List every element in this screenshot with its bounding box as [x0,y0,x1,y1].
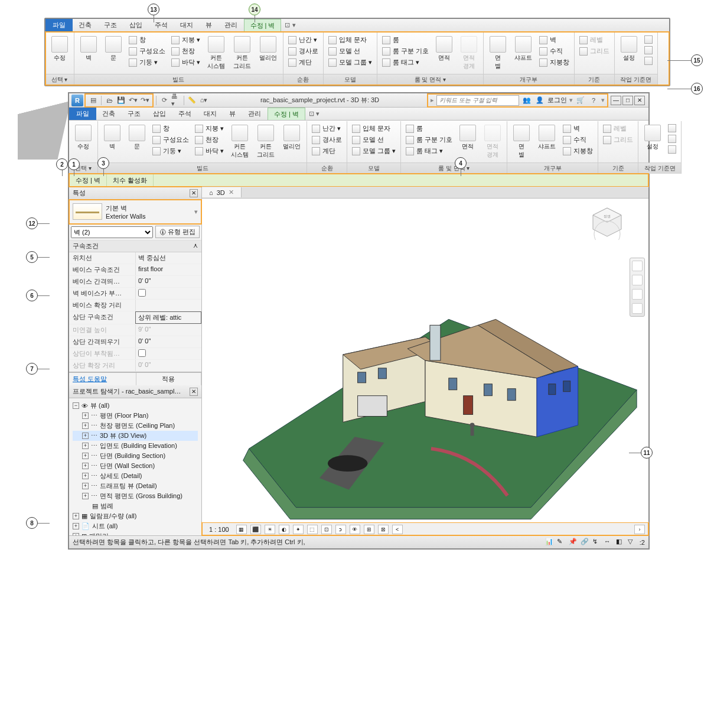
view-cube[interactable]: 정면 [589,204,625,240]
ribbon-btn-cursor-icon[interactable]: 수정 [49,35,70,63]
ribbon-btn-door-icon[interactable]: 문 [103,35,124,63]
ribbon-btn-wall-icon[interactable]: 벽 [78,35,99,63]
prop-row-3[interactable]: 벽 베이스가 부… [69,288,201,300]
ribbon-btn-grid-icon[interactable]: 커튼시스템 [205,35,227,72]
ribbon-btn-set-icon[interactable]: 설정 [618,35,640,63]
prop-row-6[interactable]: 미연결 높이9' 0" [69,324,201,336]
panel-footer-4[interactable]: 룸 및 면적 ▾ [401,162,507,174]
panel-footer-3[interactable]: 모델 [347,162,400,174]
search-input[interactable] [436,95,519,106]
ribbon-btn-wall-icon[interactable]: 벽 [102,124,123,152]
sb-link-icon[interactable]: 🔗 [581,538,590,547]
ribbon-btn-mullion-icon[interactable]: 멀리언 [281,124,303,152]
qat-open-icon[interactable]: 🗁 [104,95,115,106]
ribbon-mini-4-0-1[interactable]: 룸 구분 기호 [381,46,430,56]
vc-render-icon[interactable]: ✦ [293,525,304,534]
vc-temp-icon[interactable]: 👁 [350,525,360,534]
panel-footer-2[interactable]: 순환 [307,162,347,174]
tab-arch[interactable]: 건축 [73,19,98,31]
ribbon-mini-2-0-0[interactable]: 난간 ▾ [287,35,319,45]
ribbon-mini-1-2-2[interactable]: 기둥 ▾ [151,146,190,156]
ribbon-mini-4-0-1[interactable]: 룸 구분 기호 [405,135,454,145]
ribbon-mini-5-2-0[interactable]: 벽 [562,124,594,134]
tree-view-2[interactable]: +⋯3D 뷰 (3D View) [73,431,198,441]
ribbon-mini-6-0-1[interactable]: 그리드 [578,46,611,56]
prop-check-8[interactable] [138,349,146,357]
prop-row-8[interactable]: 상단이 부착됨… [69,348,201,360]
tree-root-views[interactable]: −👁뷰 (all) [73,401,198,411]
nav-wheel-icon[interactable] [632,261,643,271]
qat-save-icon[interactable]: 💾 [116,95,126,106]
ribbon-mini-5-2-2[interactable]: 지붕창 [538,57,570,67]
sb-filter-icon[interactable]: ▽ [628,538,637,547]
tree-view-5[interactable]: +⋯단면 (Wall Section) [73,461,198,471]
ribbon-mini-1-2-1[interactable]: 구성요소 [151,135,190,145]
ribbon-btn-area-icon[interactable]: 면적 [457,124,478,152]
navigation-bar[interactable] [630,258,645,317]
browser-close-icon[interactable]: ✕ [190,388,198,396]
vc-reveal-icon[interactable]: ⊞ [364,525,374,534]
prop-row-1[interactable]: 베이스 구속조건first floor [69,264,201,276]
ribbon-mini-2-0-1[interactable]: 경사로 [311,135,343,145]
panel-footer-6[interactable]: 기준 [598,162,638,174]
prop-row-0[interactable]: 위치선벽 중심선 [69,252,201,264]
panel-footer-6[interactable]: 기준 [575,74,614,85]
tree-view-4[interactable]: +⋯단면 (Building Section) [73,451,198,461]
ribbon-mini-5-2-2[interactable]: 지붕창 [562,146,594,156]
vc-crop2-icon[interactable]: ⊡ [321,525,332,534]
ribbon-mini-1-3-2[interactable]: 바닥 ▾ [170,57,201,67]
ribbon-btn-door-icon[interactable]: 문 [126,124,148,152]
minimize-icon[interactable]: ― [611,96,621,105]
mtab-view[interactable]: 뷰 [223,108,242,120]
sb-select-icon[interactable]: ↯ [592,538,602,547]
vc-detail-icon[interactable]: ▦ [236,525,247,534]
expand-icon[interactable]: + [73,523,79,529]
ribbon-mini-1-3-1[interactable]: 천장 [194,135,225,145]
type-selector[interactable]: 기본 벽 Exterior Walls ▾ [69,200,201,224]
expand-icon[interactable]: + [82,463,89,469]
vc-crop-icon[interactable]: ⬚ [307,525,318,534]
view-scale[interactable]: 1 : 100 [206,526,233,533]
tree-view-1[interactable]: +⋯천장 평면도 (Ceiling Plan) [73,421,198,431]
expand-icon[interactable]: + [82,412,89,419]
sb-face-icon[interactable]: ◧ [616,538,625,547]
ribbon-btn-set-icon[interactable]: 설정 [642,124,663,152]
panel-footer-5[interactable]: 개구부 [507,162,598,174]
ribbon-mini-3-0-2[interactable]: 모델 그룹 ▾ [327,57,373,67]
ribbon-mini-2-0-0[interactable]: 난간 ▾ [311,124,343,134]
exchange-icon[interactable]: 🛒 [575,95,586,106]
panel-footer-5[interactable]: 개구부 [484,74,574,85]
mtab-modify-wall[interactable]: 수정 | 벽 [268,108,305,120]
ribbon-mini-7-1-1[interactable] [643,46,654,55]
sb-drag-icon[interactable]: ↔ [604,538,614,547]
infocenter-icon[interactable]: 👥 [521,95,532,106]
ribbon-btn-shaft-icon[interactable]: 샤프트 [536,124,558,152]
options-dim-activate[interactable]: 치수 활성화 [107,174,154,187]
tab-insert[interactable]: 삽입 [123,19,149,31]
tree-extra-0[interactable]: ▤범례 [73,501,198,511]
tab-site[interactable]: 대지 [174,19,200,31]
panel-footer-7[interactable]: 작업 기준면 [615,74,657,85]
ribbon-btn-byface-icon[interactable]: 면별 [511,124,532,160]
ribbon-mini-4-0-2[interactable]: 룸 태그 ▾ [405,146,454,156]
instance-filter[interactable]: 벽 (2) [71,226,153,238]
sb-workset-icon[interactable]: 📊 [545,538,555,547]
tree-extra-1[interactable]: +▦일람표/수량 (all) [73,511,198,521]
ribbon-mini-3-0-0[interactable]: 입체 문자 [351,124,397,134]
ribbon-btn-grid2-icon[interactable]: 커튼그리드 [231,35,253,72]
tab-view[interactable]: 뷰 [200,19,219,31]
prop-row-9[interactable]: 상단 확장 거리0' 0" [69,360,201,372]
canvas[interactable]: 정면 [202,199,648,522]
panel-footer-7[interactable]: 작업 기준면 [638,162,681,174]
tree-view-6[interactable]: +⋯상세도 (Detail) [73,471,198,481]
panel-footer-2[interactable]: 순환 [283,74,323,85]
ribbon-mini-1-2-2[interactable]: 기둥 ▾ [128,57,167,67]
qat-recent-icon[interactable]: ▤ [88,95,99,106]
ribbon-mini-1-3-2[interactable]: 바닥 ▾ [194,146,225,156]
vc-shadow-icon[interactable]: ◐ [279,525,289,534]
ribbon-mini-2-0-1[interactable]: 경사로 [287,46,319,56]
ribbon-mini-1-2-0[interactable]: 창 [128,35,167,45]
ribbon-btn-shaft-icon[interactable]: 샤프트 [512,35,534,63]
ribbon-btn-grid2-icon[interactable]: 커튼그리드 [255,124,277,160]
tree-view-8[interactable]: +⋯면적 평면도 (Gross Building) [73,491,198,501]
